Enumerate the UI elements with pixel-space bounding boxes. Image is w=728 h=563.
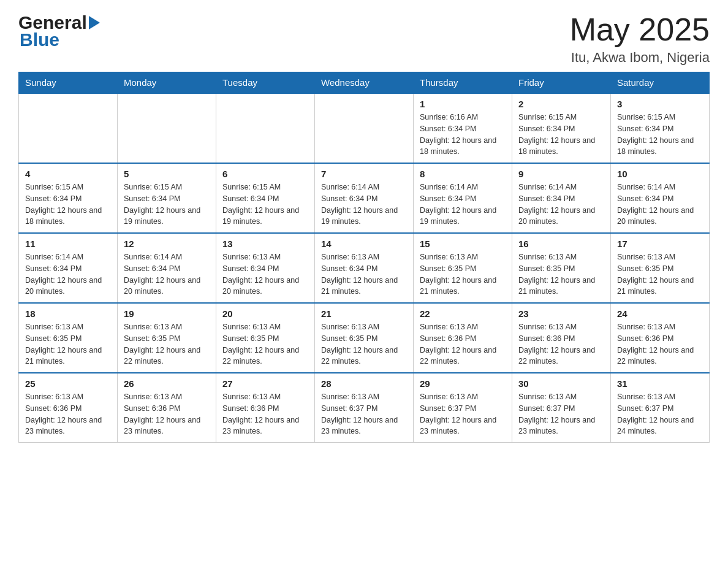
day-info: Sunrise: 6:15 AM: [25, 182, 111, 193]
day-info: Sunset: 6:34 PM: [420, 123, 506, 135]
header-day-saturday: Saturday: [611, 72, 710, 94]
day-info: Sunset: 6:34 PM: [222, 193, 308, 205]
calendar-cell: 24Sunrise: 6:13 AMSunset: 6:36 PMDayligh…: [611, 303, 710, 373]
header-day-wednesday: Wednesday: [315, 72, 414, 94]
header-row: SundayMondayTuesdayWednesdayThursdayFrid…: [19, 72, 710, 94]
header-day-tuesday: Tuesday: [216, 72, 315, 94]
day-info: Daylight: 12 hours and 21 minutes.: [518, 275, 604, 298]
day-number: 5: [124, 169, 210, 179]
day-number: 18: [25, 308, 111, 319]
day-number: 1: [420, 99, 506, 109]
day-info: Daylight: 12 hours and 23 minutes.: [25, 415, 111, 438]
calendar-cell: 3Sunrise: 6:15 AMSunset: 6:34 PMDaylight…: [611, 93, 710, 163]
calendar-cell: 6Sunrise: 6:15 AMSunset: 6:34 PMDaylight…: [216, 163, 315, 233]
day-info: Daylight: 12 hours and 21 minutes.: [617, 275, 703, 298]
day-number: 6: [222, 169, 308, 179]
day-info: Sunset: 6:34 PM: [25, 193, 111, 205]
day-number: 16: [518, 239, 604, 249]
day-info: Daylight: 12 hours and 18 minutes.: [420, 135, 506, 158]
calendar-title: May 2025: [570, 12, 710, 47]
calendar-cell: 10Sunrise: 6:14 AMSunset: 6:34 PMDayligh…: [611, 163, 710, 233]
calendar-cell: 26Sunrise: 6:13 AMSunset: 6:36 PMDayligh…: [118, 373, 216, 443]
day-info: Sunrise: 6:13 AM: [25, 391, 111, 403]
calendar-cell: 8Sunrise: 6:14 AMSunset: 6:34 PMDaylight…: [414, 163, 512, 233]
day-number: 9: [518, 169, 604, 179]
calendar-cell: [315, 93, 414, 163]
calendar-cell: 16Sunrise: 6:13 AMSunset: 6:35 PMDayligh…: [512, 233, 611, 303]
calendar-cell: [118, 93, 216, 163]
day-info: Sunrise: 6:13 AM: [617, 251, 703, 263]
week-row-5: 25Sunrise: 6:13 AMSunset: 6:36 PMDayligh…: [19, 373, 710, 443]
calendar-cell: 18Sunrise: 6:13 AMSunset: 6:35 PMDayligh…: [19, 303, 118, 373]
calendar-cell: [216, 93, 315, 163]
day-info: Sunset: 6:35 PM: [222, 333, 308, 345]
day-number: 29: [420, 378, 506, 389]
day-info: Daylight: 12 hours and 23 minutes.: [124, 415, 210, 438]
day-info: Sunrise: 6:13 AM: [222, 251, 308, 263]
day-number: 28: [321, 378, 407, 389]
day-info: Sunset: 6:34 PM: [617, 123, 703, 135]
day-info: Sunrise: 6:14 AM: [518, 182, 604, 193]
day-info: Daylight: 12 hours and 19 minutes.: [124, 205, 210, 228]
logo-arrow-icon: [89, 16, 100, 32]
day-info: Sunrise: 6:13 AM: [617, 321, 703, 333]
day-number: 19: [124, 308, 210, 319]
week-row-2: 4Sunrise: 6:15 AMSunset: 6:34 PMDaylight…: [19, 163, 710, 233]
day-number: 10: [617, 169, 703, 179]
day-info: Sunset: 6:36 PM: [420, 333, 506, 345]
day-info: Sunrise: 6:13 AM: [222, 391, 308, 403]
day-info: Sunrise: 6:13 AM: [617, 391, 703, 403]
day-number: 24: [617, 308, 703, 319]
calendar-cell: 4Sunrise: 6:15 AMSunset: 6:34 PMDaylight…: [19, 163, 118, 233]
logo: General Blue: [18, 12, 100, 50]
calendar-cell: 5Sunrise: 6:15 AMSunset: 6:34 PMDaylight…: [118, 163, 216, 233]
header-day-thursday: Thursday: [414, 72, 512, 94]
day-number: 12: [124, 239, 210, 249]
day-info: Sunset: 6:34 PM: [321, 193, 407, 205]
day-info: Sunset: 6:37 PM: [420, 403, 506, 415]
day-number: 17: [617, 239, 703, 249]
day-info: Sunrise: 6:13 AM: [124, 391, 210, 403]
day-info: Sunrise: 6:13 AM: [420, 391, 506, 403]
day-info: Daylight: 12 hours and 20 minutes.: [25, 275, 111, 298]
day-info: Sunrise: 6:15 AM: [518, 112, 604, 123]
day-number: 4: [25, 169, 111, 179]
calendar-cell: [19, 93, 118, 163]
day-info: Sunset: 6:34 PM: [222, 263, 308, 275]
day-info: Daylight: 12 hours and 20 minutes.: [124, 275, 210, 298]
calendar-cell: 22Sunrise: 6:13 AMSunset: 6:36 PMDayligh…: [414, 303, 512, 373]
day-info: Sunset: 6:34 PM: [124, 263, 210, 275]
day-info: Sunset: 6:35 PM: [518, 263, 604, 275]
day-info: Daylight: 12 hours and 23 minutes.: [222, 415, 308, 438]
day-info: Sunrise: 6:13 AM: [124, 321, 210, 333]
day-info: Daylight: 12 hours and 19 minutes.: [222, 205, 308, 228]
day-info: Daylight: 12 hours and 23 minutes.: [518, 415, 604, 438]
day-info: Sunset: 6:36 PM: [617, 333, 703, 345]
calendar-cell: 23Sunrise: 6:13 AMSunset: 6:36 PMDayligh…: [512, 303, 611, 373]
day-info: Daylight: 12 hours and 19 minutes.: [321, 205, 407, 228]
day-number: 22: [420, 308, 506, 319]
day-info: Sunset: 6:34 PM: [518, 193, 604, 205]
day-info: Sunset: 6:35 PM: [420, 263, 506, 275]
day-info: Sunrise: 6:15 AM: [222, 182, 308, 193]
title-section: May 2025 Itu, Akwa Ibom, Nigeria: [570, 12, 710, 66]
day-info: Sunrise: 6:13 AM: [420, 321, 506, 333]
week-row-1: 1Sunrise: 6:16 AMSunset: 6:34 PMDaylight…: [19, 93, 710, 163]
day-number: 14: [321, 239, 407, 249]
day-number: 3: [617, 99, 703, 109]
day-info: Sunset: 6:34 PM: [518, 123, 604, 135]
header-day-friday: Friday: [512, 72, 611, 94]
day-info: Sunset: 6:35 PM: [124, 333, 210, 345]
day-info: Sunrise: 6:13 AM: [518, 251, 604, 263]
calendar-cell: 12Sunrise: 6:14 AMSunset: 6:34 PMDayligh…: [118, 233, 216, 303]
day-number: 26: [124, 378, 210, 389]
header-day-sunday: Sunday: [19, 72, 118, 94]
day-info: Sunset: 6:34 PM: [617, 193, 703, 205]
page-header: General Blue May 2025 Itu, Akwa Ibom, Ni…: [18, 12, 710, 66]
day-info: Sunset: 6:35 PM: [25, 333, 111, 345]
day-info: Sunrise: 6:13 AM: [518, 391, 604, 403]
calendar-cell: 1Sunrise: 6:16 AMSunset: 6:34 PMDaylight…: [414, 93, 512, 163]
day-info: Daylight: 12 hours and 24 minutes.: [617, 415, 703, 438]
day-info: Sunset: 6:34 PM: [321, 263, 407, 275]
day-info: Daylight: 12 hours and 23 minutes.: [420, 415, 506, 438]
